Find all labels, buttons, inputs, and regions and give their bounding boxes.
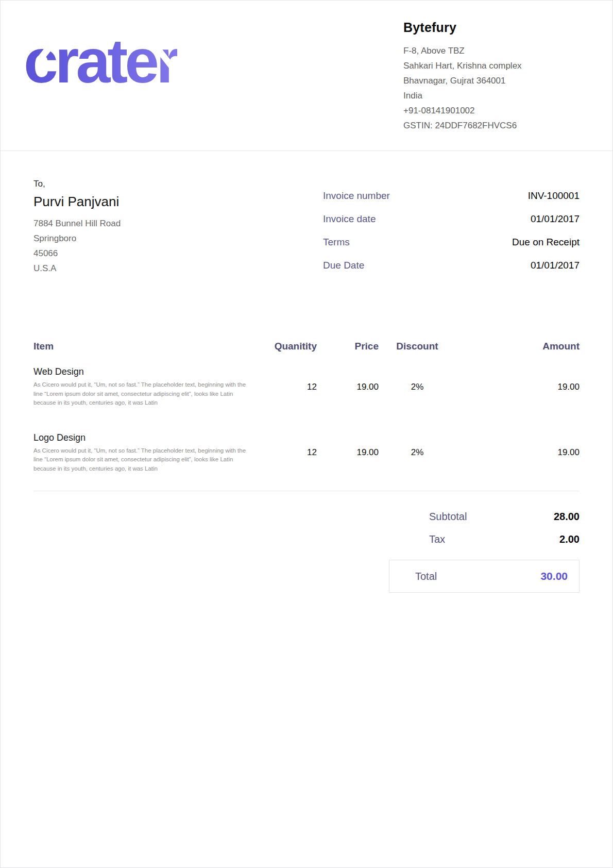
item-price: 19.00 [317,447,379,458]
item-name: Web Design [33,366,255,377]
tax-label: Tax [429,533,445,545]
column-header-discount: Discount [379,341,456,352]
bill-to-block: To, Purvi Panjvani 7884 Bunnel Hill Road… [33,179,121,283]
total-box: Total 30.00 [389,560,580,593]
item-cell: Web Design As Cicero would put it, “Um, … [33,366,255,408]
item-quantity: 12 [255,382,317,392]
customer-address-line: 7884 Bunnel Hill Road [33,216,121,231]
table-header-row: Item Quanitity Price Discount Amount [33,341,580,352]
tax-value: 2.00 [559,533,580,545]
item-discount: 2% [379,447,456,458]
table-row: Logo Design As Cicero would put it, “Um,… [33,418,580,484]
item-amount: 19.00 [456,382,580,392]
due-date-value: 01/01/2017 [531,260,580,271]
items-divider [33,491,580,491]
column-header-price: Price [317,341,379,352]
invoice-page: crater Bytefury F-8, Above TBZ Sahkari H… [0,0,613,868]
totals-section: Subtotal 28.00 Tax 2.00 Total 30.00 [389,511,580,593]
company-address-line: India [403,88,587,103]
item-description: As Cicero would put it, “Um, not so fast… [33,380,255,408]
meta-row-invoice-number: Invoice number INV-100001 [323,190,580,202]
item-quantity: 12 [255,447,317,458]
customer-address-line: U.S.A [33,261,121,276]
invoice-number-label: Invoice number [323,190,390,202]
invoice-body: To, Purvi Panjvani 7884 Bunnel Hill Road… [1,179,612,593]
subtotal-row: Subtotal 28.00 [389,511,580,523]
crater-logo-wordmark: crater [24,31,177,91]
tax-row: Tax 2.00 [389,533,580,545]
total-value: 30.00 [540,570,568,582]
company-phone: +91-08141901002 [403,103,587,118]
customer-address-line: Springboro [33,231,121,246]
bill-to-label: To, [33,179,121,189]
terms-label: Terms [323,237,350,248]
company-address-line: F-8, Above TBZ [403,43,587,58]
meta-row-terms: Terms Due on Receipt [323,237,580,248]
table-row: Web Design As Cicero would put it, “Um, … [33,352,580,418]
item-description: As Cicero would put it, “Um, not so fast… [33,446,255,474]
invoice-date-value: 01/01/2017 [531,213,580,225]
item-discount: 2% [379,382,456,392]
subtotal-value: 28.00 [554,511,580,523]
company-address-line: Sahkari Hart, Krishna complex [403,58,587,73]
invoice-number-value: INV-100001 [528,190,580,202]
meta-row-invoice-date: Invoice date 01/01/2017 [323,213,580,225]
company-gstin: GSTIN: 24DDF7682FHVCS6 [403,118,587,133]
items-table: Item Quanitity Price Discount Amount Web… [33,341,580,491]
item-cell: Logo Design As Cicero would put it, “Um,… [33,432,255,474]
item-name: Logo Design [33,432,255,443]
total-label: Total [415,571,437,582]
column-header-quantity: Quanitity [255,341,317,352]
meta-row-due-date: Due Date 01/01/2017 [323,260,580,271]
item-price: 19.00 [317,382,379,392]
terms-value: Due on Receipt [512,237,580,248]
billing-section: To, Purvi Panjvani 7884 Bunnel Hill Road… [33,179,580,283]
column-header-amount: Amount [456,341,580,352]
company-address-line: Bhavnagar, Gujrat 364001 [403,73,587,88]
company-block: Bytefury F-8, Above TBZ Sahkari Hart, Kr… [403,20,587,151]
item-amount: 19.00 [456,447,580,458]
subtotal-label: Subtotal [429,511,467,523]
customer-address-line: 45066 [33,246,121,261]
invoice-header: crater Bytefury F-8, Above TBZ Sahkari H… [1,1,612,151]
crater-logo: crater [24,31,177,104]
customer-name: Purvi Panjvani [33,194,121,210]
due-date-label: Due Date [323,260,364,271]
company-name: Bytefury [403,20,587,35]
column-header-item: Item [33,341,255,352]
invoice-meta: Invoice number INV-100001 Invoice date 0… [323,190,580,283]
invoice-date-label: Invoice date [323,213,376,225]
